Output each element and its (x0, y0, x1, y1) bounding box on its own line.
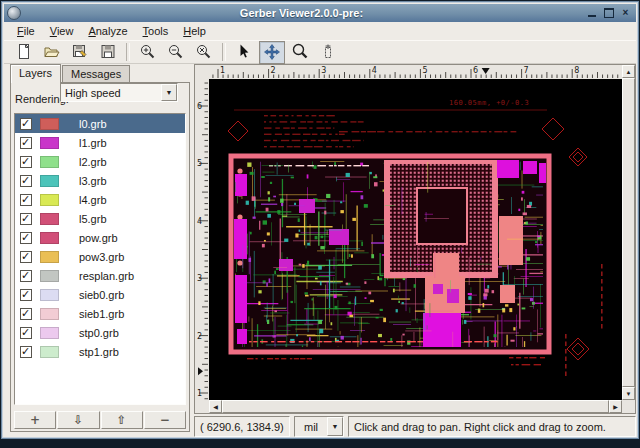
ruler-vertical: 123456 (195, 79, 209, 400)
cursor-x-marker (482, 68, 490, 74)
move-down-layer-button[interactable]: ⇩ (57, 411, 99, 429)
layer-color-swatch[interactable] (40, 289, 59, 301)
toolbar-separator (126, 43, 130, 61)
horizontal-scroll-thumb[interactable] (222, 400, 609, 413)
menu-analyze[interactable]: Analyze (81, 24, 135, 38)
layer-row[interactable]: pow3.grb (15, 247, 185, 266)
cursor-coordinates: ( 6290.6, 1384.9) (194, 416, 290, 437)
layer-row[interactable]: l1.grb (15, 133, 185, 152)
layer-visible-checkbox[interactable] (20, 118, 32, 130)
layer-color-swatch[interactable] (40, 156, 59, 168)
zoom-button[interactable] (287, 41, 313, 64)
layer-name: l2.grb (67, 156, 107, 168)
layer-row[interactable]: pow.grb (15, 228, 185, 247)
chevron-down-icon[interactable]: ▼ (327, 417, 343, 436)
new-button[interactable] (11, 41, 37, 64)
menu-view[interactable]: View (43, 24, 82, 38)
layer-color-swatch[interactable] (40, 232, 59, 244)
scroll-left-button[interactable]: ◀ (209, 400, 222, 413)
layer-row[interactable]: stp1.grb (15, 342, 185, 361)
layer-color-swatch[interactable] (40, 213, 59, 225)
measure-icon (319, 43, 337, 61)
layer-name: l5.grb (67, 213, 107, 225)
menu-help[interactable]: Help (176, 24, 214, 38)
layer-visible-checkbox[interactable] (20, 213, 32, 225)
layer-visible-checkbox[interactable] (20, 346, 32, 358)
titlebar[interactable]: Gerber Viewer2.0.0-pre: × (4, 4, 636, 22)
layer-color-swatch[interactable] (40, 175, 59, 187)
move-down-icon: ⇩ (73, 414, 83, 426)
layer-visible-checkbox[interactable] (20, 156, 32, 168)
zoom-fit-button[interactable] (191, 41, 217, 64)
svg-text:3: 3 (197, 274, 202, 283)
svg-text:4: 4 (372, 66, 377, 75)
vertical-scroll-thumb[interactable] (622, 78, 635, 387)
layer-row[interactable]: sieb1.grb (15, 304, 185, 323)
layer-color-swatch[interactable] (40, 251, 59, 263)
save-button[interactable] (95, 41, 121, 64)
layer-name: resplan.grb (67, 270, 134, 282)
close-button[interactable]: × (618, 7, 633, 20)
layer-name: stp1.grb (67, 346, 119, 358)
toolbar (4, 40, 636, 64)
layer-color-swatch[interactable] (40, 194, 59, 206)
layers-panel: Rendering: High speed ▼ l0.grbl1.grbl2.g… (10, 82, 190, 432)
move-up-layer-button[interactable]: ⇧ (101, 411, 143, 429)
layer-name: l3.grb (67, 175, 107, 187)
layer-visible-checkbox[interactable] (20, 175, 32, 187)
menu-tools[interactable]: Tools (136, 24, 177, 38)
layer-color-swatch[interactable] (40, 308, 59, 320)
open-button[interactable] (39, 41, 65, 64)
scroll-right-button[interactable]: ▶ (609, 400, 622, 413)
layer-visible-checkbox[interactable] (20, 289, 32, 301)
layer-visible-checkbox[interactable] (20, 327, 32, 339)
pcb-viewport[interactable]: 160.05mm, +0/-0.3 (209, 79, 622, 400)
layer-row[interactable]: l4.grb (15, 190, 185, 209)
add-layer-button[interactable]: + (14, 411, 56, 429)
maximize-button[interactable] (601, 7, 616, 20)
layer-row[interactable]: sieb0.grb (15, 285, 185, 304)
layer-color-swatch[interactable] (40, 346, 59, 358)
layer-color-swatch[interactable] (40, 118, 59, 130)
zoom-in-button[interactable] (135, 41, 161, 64)
new-icon (15, 43, 33, 61)
scroll-down-button[interactable]: ▼ (622, 387, 635, 400)
layer-row[interactable]: l2.grb (15, 152, 185, 171)
tab-layers[interactable]: Layers (10, 64, 61, 83)
horizontal-scrollbar[interactable]: ◀ ▶ (209, 400, 622, 413)
layer-visible-checkbox[interactable] (20, 308, 32, 320)
layer-row[interactable]: l5.grb (15, 209, 185, 228)
layer-visible-checkbox[interactable] (20, 194, 32, 206)
layer-color-swatch[interactable] (40, 270, 59, 282)
pan-icon (263, 43, 281, 61)
rendering-select[interactable]: High speed ▼ (60, 83, 178, 102)
remove-layer-button[interactable]: − (144, 411, 186, 429)
layer-row[interactable]: resplan.grb (15, 266, 185, 285)
layer-row[interactable]: stp0.grb (15, 323, 185, 342)
layer-row[interactable]: l0.grb (15, 114, 185, 133)
chevron-down-icon[interactable]: ▼ (161, 84, 177, 101)
pan-button[interactable] (259, 41, 285, 64)
add-icon: + (30, 414, 40, 426)
save-as-icon (71, 43, 89, 61)
layer-color-swatch[interactable] (40, 327, 59, 339)
zoom-out-button[interactable] (163, 41, 189, 64)
pointer-button[interactable] (231, 41, 257, 64)
layer-color-swatch[interactable] (40, 137, 59, 149)
layer-visible-checkbox[interactable] (20, 270, 32, 282)
vertical-scrollbar[interactable]: ▲ ▼ (622, 65, 635, 400)
layer-row[interactable]: l3.grb (15, 171, 185, 190)
menu-file[interactable]: File (10, 24, 43, 38)
layer-visible-checkbox[interactable] (20, 137, 32, 149)
layer-name: pow.grb (67, 232, 118, 244)
scroll-up-button[interactable]: ▲ (622, 65, 635, 78)
toolbar-separator (222, 43, 226, 61)
layer-visible-checkbox[interactable] (20, 232, 32, 244)
statusbar: ( 6290.6, 1384.9) mil ▼ Click and drag t… (194, 416, 636, 437)
tab-messages[interactable]: Messages (62, 65, 130, 83)
measure-button[interactable] (315, 41, 341, 64)
unit-select[interactable]: mil ▼ (294, 416, 344, 437)
minimize-button[interactable] (584, 7, 599, 20)
layer-visible-checkbox[interactable] (20, 251, 32, 263)
save-as-button[interactable] (67, 41, 93, 64)
